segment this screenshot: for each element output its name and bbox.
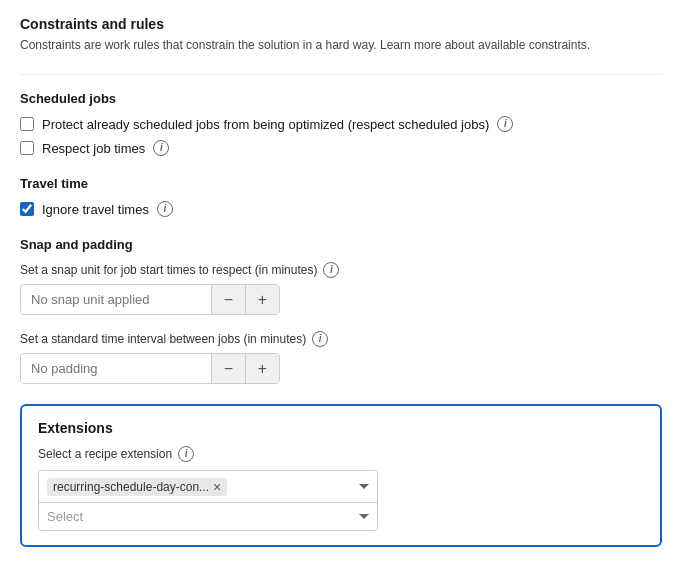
select-row[interactable]: Select: [39, 503, 377, 530]
respect-job-times-checkbox[interactable]: [20, 141, 34, 155]
snap-field-label-text: Set a snap unit for job start times to r…: [20, 263, 317, 277]
snap-increment-button[interactable]: +: [245, 285, 279, 314]
padding-field-row: Set a standard time interval between job…: [20, 331, 662, 384]
tags-chevron-icon: [359, 484, 369, 489]
padding-decrement-button[interactable]: −: [211, 354, 245, 383]
tag-remove-button[interactable]: ×: [213, 480, 221, 494]
page-title: Constraints and rules: [20, 16, 662, 32]
tag-chip-recurring: recurring-schedule-day-con... ×: [47, 478, 227, 496]
recipe-extension-label-text: Select a recipe extension: [38, 447, 172, 461]
travel-time-title: Travel time: [20, 176, 662, 191]
ignore-travel-times-label: Ignore travel times: [42, 202, 149, 217]
snap-field-row: Set a snap unit for job start times to r…: [20, 262, 662, 315]
respect-job-times-label: Respect job times: [42, 141, 145, 156]
recipe-extension-select-container: recurring-schedule-day-con... × Select: [38, 470, 378, 531]
select-placeholder: Select: [47, 509, 359, 524]
extensions-section: Extensions Select a recipe extension i r…: [20, 404, 662, 547]
respect-job-times-info-icon[interactable]: i: [153, 140, 169, 156]
recipe-extension-info-icon[interactable]: i: [178, 446, 194, 462]
snap-field-label: Set a snap unit for job start times to r…: [20, 262, 662, 278]
protect-jobs-label: Protect already scheduled jobs from bein…: [42, 117, 489, 132]
protect-jobs-row: Protect already scheduled jobs from bein…: [20, 116, 662, 132]
protect-jobs-info-icon[interactable]: i: [497, 116, 513, 132]
ignore-travel-times-checkbox[interactable]: [20, 202, 34, 216]
padding-field-label-text: Set a standard time interval between job…: [20, 332, 306, 346]
scheduled-jobs-title: Scheduled jobs: [20, 91, 662, 106]
padding-field-label: Set a standard time interval between job…: [20, 331, 662, 347]
tags-row: recurring-schedule-day-con... ×: [39, 471, 377, 503]
padding-info-icon[interactable]: i: [312, 331, 328, 347]
padding-input[interactable]: [21, 354, 211, 383]
divider-1: [20, 74, 662, 75]
snap-padding-title: Snap and padding: [20, 237, 662, 252]
snap-input[interactable]: [21, 285, 211, 314]
snap-info-icon[interactable]: i: [323, 262, 339, 278]
padding-stepper-group: − +: [20, 353, 280, 384]
extensions-title: Extensions: [38, 420, 644, 436]
select-chevron-icon: [359, 514, 369, 519]
respect-job-times-row: Respect job times i: [20, 140, 662, 156]
tag-label: recurring-schedule-day-con...: [53, 480, 209, 494]
snap-decrement-button[interactable]: −: [211, 285, 245, 314]
protect-jobs-checkbox[interactable]: [20, 117, 34, 131]
page-description: Constraints are work rules that constrai…: [20, 36, 662, 54]
ignore-travel-times-row: Ignore travel times i: [20, 201, 662, 217]
ignore-travel-times-info-icon[interactable]: i: [157, 201, 173, 217]
snap-stepper-group: − +: [20, 284, 280, 315]
padding-increment-button[interactable]: +: [245, 354, 279, 383]
recipe-extension-label: Select a recipe extension i: [38, 446, 644, 462]
